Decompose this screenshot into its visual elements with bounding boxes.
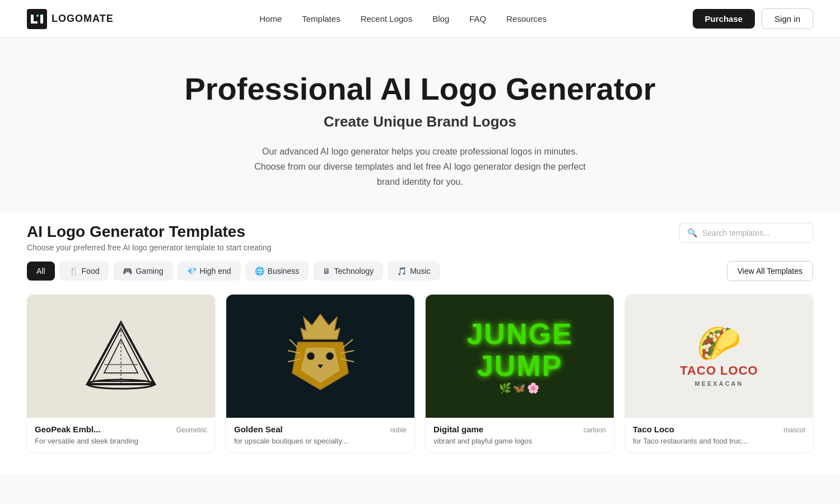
filter-gaming-label: Gaming	[136, 267, 163, 276]
card-golden-seal[interactable]: Golden Seal noble for upscale boutiques …	[226, 295, 414, 452]
card-digital-game-image: JUNGE JUMP 🌿🦋🌸	[426, 295, 614, 418]
svg-point-14	[307, 352, 315, 360]
card-geopeak-image	[27, 295, 215, 418]
svg-rect-4	[36, 15, 39, 17]
filter-tabs: All 🍴 Food 🎮 Gaming 💎 High end 🌐 Busines…	[27, 262, 440, 281]
filter-technology-label: Technology	[334, 267, 374, 276]
svg-rect-0	[27, 9, 47, 29]
nav-actions: Purchase Sign in	[693, 8, 813, 29]
cards-grid: GeoPeak Embl... Geometric For versatile …	[27, 295, 813, 452]
gaming-icon: 🎮	[123, 267, 132, 276]
signin-button[interactable]: Sign in	[762, 8, 813, 29]
card-geopeak-badge: Geometric	[176, 426, 207, 434]
card-digital-game-body: Digital game cartoon vibrant and playful…	[426, 418, 614, 452]
view-all-button[interactable]: View All Templates	[727, 261, 813, 281]
card-geopeak-body: GeoPeak Embl... Geometric For versatile …	[27, 418, 215, 452]
card-taco-loco[interactable]: 🌮 TACO LOCO MEEXACAN Taco Loco mascot fo…	[625, 295, 813, 452]
business-icon: 🌐	[255, 267, 264, 276]
card-golden-seal-badge: noble	[390, 426, 407, 434]
food-icon: 🍴	[69, 267, 78, 276]
filter-food-label: Food	[82, 267, 100, 276]
search-icon: 🔍	[687, 228, 698, 238]
nav-home[interactable]: Home	[259, 14, 282, 24]
svg-rect-3	[40, 15, 43, 24]
technology-icon: 🖥	[323, 267, 330, 276]
card-golden-seal-name: Golden Seal	[234, 424, 283, 434]
filter-business[interactable]: 🌐 Business	[245, 262, 309, 281]
hero-section: Professional AI Logo Generator Create Un…	[0, 38, 840, 212]
card-taco-loco-desc: for Taco restaurants and food truc...	[633, 436, 805, 446]
templates-header: AI Logo Generator Templates Choose your …	[27, 223, 813, 252]
card-digital-game-name: Digital game	[433, 424, 483, 434]
card-taco-loco-badge: mascot	[783, 426, 805, 434]
filter-music[interactable]: 🎵 Music	[388, 262, 440, 281]
card-golden-seal-image	[226, 295, 414, 418]
filter-food[interactable]: 🍴 Food	[59, 262, 109, 281]
logo-text: LOGOMATE	[52, 13, 114, 25]
card-geopeak-desc: For versatile and sleek branding	[35, 436, 207, 446]
templates-title: AI Logo Generator Templates	[27, 223, 272, 241]
filter-music-label: Music	[410, 267, 431, 276]
nav-faq[interactable]: FAQ	[469, 14, 486, 24]
templates-subtitle: Choose your preferred free AI logo gener…	[27, 243, 272, 252]
svg-line-17	[290, 339, 298, 348]
filter-all[interactable]: All	[27, 262, 55, 281]
purchase-button[interactable]: Purchase	[693, 9, 755, 29]
filter-high-end-label: High end	[200, 267, 231, 276]
music-icon: 🎵	[397, 267, 407, 276]
nav-links: Home Templates Recent Logos Blog FAQ Res…	[259, 14, 547, 24]
card-digital-game[interactable]: JUNGE JUMP 🌿🦋🌸 Digital game cartoon vibr…	[426, 295, 614, 452]
filter-gaming[interactable]: 🎮 Gaming	[113, 262, 172, 281]
card-digital-game-desc: vibrant and playful game logos	[433, 436, 606, 446]
filter-business-label: Business	[268, 267, 300, 276]
filter-high-end[interactable]: 💎 High end	[178, 262, 241, 281]
logo-icon	[27, 9, 47, 29]
card-golden-seal-desc: for upscale boutiques or specialty...	[234, 436, 407, 446]
card-golden-seal-body: Golden Seal noble for upscale boutiques …	[226, 418, 414, 452]
hero-title: Professional AI Logo Generator	[27, 72, 813, 106]
high-end-icon: 💎	[187, 267, 197, 276]
card-taco-loco-body: Taco Loco mascot for Taco restaurants an…	[625, 418, 813, 452]
card-digital-game-badge: cartoon	[584, 426, 606, 434]
templates-title-block: AI Logo Generator Templates Choose your …	[27, 223, 272, 252]
card-geopeak-name: GeoPeak Embl...	[35, 424, 101, 434]
svg-line-20	[343, 339, 353, 348]
search-input[interactable]	[702, 228, 805, 237]
card-taco-loco-image: 🌮 TACO LOCO MEEXACAN	[625, 295, 813, 418]
filter-row: All 🍴 Food 🎮 Gaming 💎 High end 🌐 Busines…	[27, 261, 813, 281]
card-geopeak[interactable]: GeoPeak Embl... Geometric For versatile …	[27, 295, 215, 452]
svg-marker-11	[301, 314, 340, 339]
nav-blog[interactable]: Blog	[432, 14, 449, 24]
hero-subtitle: Create Unique Brand Logos	[27, 113, 813, 130]
nav-recent-logos[interactable]: Recent Logos	[361, 14, 413, 24]
nav-resources[interactable]: Resources	[506, 14, 547, 24]
card-taco-loco-name: Taco Loco	[633, 424, 674, 434]
svg-point-15	[326, 352, 334, 360]
navbar: LOGOMATE Home Templates Recent Logos Blo…	[0, 0, 840, 38]
filter-technology[interactable]: 🖥 Technology	[313, 262, 383, 281]
hero-description: Our advanced AI logo generator helps you…	[252, 144, 588, 190]
logo[interactable]: LOGOMATE	[27, 9, 114, 29]
svg-rect-2	[31, 21, 38, 24]
templates-section: AI Logo Generator Templates Choose your …	[0, 212, 840, 474]
search-box[interactable]: 🔍	[679, 223, 813, 243]
nav-templates[interactable]: Templates	[302, 14, 340, 24]
